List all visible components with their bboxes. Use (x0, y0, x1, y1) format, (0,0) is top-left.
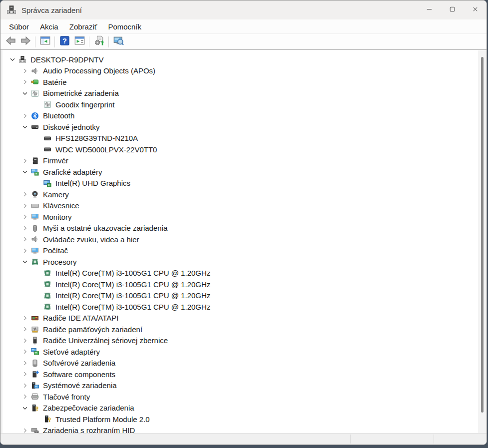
tree-item[interactable]: Diskové jednotky (2, 121, 478, 133)
ide-controller-icon (30, 314, 39, 322)
vertical-scrollbar[interactable] (478, 50, 487, 433)
update-driver-button[interactable] (91, 35, 106, 48)
chevron-spacer (31, 303, 43, 311)
tree-item[interactable]: Intel(R) Core(TM) i3-1005G1 CPU @ 1.20GH… (2, 279, 478, 290)
tree-item[interactable]: Radiče IDE ATA/ATAPI (2, 313, 478, 324)
chevron-collapsed-icon[interactable] (19, 314, 30, 322)
chevron-collapsed-icon[interactable] (19, 224, 30, 232)
menu-action[interactable]: Akcia (34, 21, 64, 32)
chevron-collapsed-icon[interactable] (19, 382, 30, 390)
chevron-collapsed-icon[interactable] (19, 393, 30, 401)
tree-item-label: Biometrické zariadenia (43, 89, 119, 97)
back-button[interactable] (3, 35, 18, 48)
tree-item[interactable]: Bluetooth (2, 110, 478, 122)
chevron-expanded-icon[interactable] (19, 404, 30, 412)
tree-item-label: Grafické adaptéry (43, 168, 102, 176)
chevron-collapsed-icon[interactable] (19, 112, 30, 120)
tree-item[interactable]: Firmvér (2, 155, 478, 167)
chevron-collapsed-icon[interactable] (19, 325, 30, 333)
software-device-icon (30, 359, 39, 367)
tree-item[interactable]: Myši a ostatné ukazovacie zariadenia (2, 223, 478, 234)
tree-item[interactable]: Softvérové zariadenia (2, 358, 478, 369)
tree-item[interactable]: WDC WD5000LPVX-22V0TT0 (2, 144, 478, 155)
chevron-expanded-icon[interactable] (19, 168, 30, 176)
chevron-collapsed-icon[interactable] (19, 370, 30, 378)
tree-item[interactable]: Systémové zariadenia (2, 380, 478, 392)
chevron-collapsed-icon[interactable] (19, 157, 30, 165)
minimize-button[interactable] (418, 0, 441, 19)
tree-item-label: Intel(R) UHD Graphics (55, 179, 130, 187)
tree-item[interactable]: Biometrické zariadenia (2, 88, 478, 99)
speaker-icon (30, 67, 39, 75)
tree-item-label: Kamery (43, 190, 69, 199)
tree-item[interactable]: Trusted Platform Module 2.0 (2, 414, 478, 425)
tree-item[interactable]: Zabezpečovacie zariadenia (2, 403, 478, 414)
tree-item[interactable]: Radiče pamäťových zariadení (2, 324, 478, 335)
menu-help[interactable]: Pomocník (102, 21, 147, 32)
chevron-spacer (31, 100, 43, 108)
chevron-expanded-icon[interactable] (6, 55, 18, 63)
chevron-spacer (31, 415, 43, 423)
tree-item[interactable]: Batérie (2, 76, 478, 88)
hid-icon (30, 427, 39, 433)
tree-item[interactable]: DESKTOP-R9DPNTV (2, 54, 478, 65)
console-tree-icon (40, 35, 50, 48)
tree-item[interactable]: HFS128G39TND-N210A (2, 133, 478, 144)
scrollbar-thumb[interactable] (481, 57, 484, 413)
maximize-button[interactable] (441, 0, 464, 19)
chevron-collapsed-icon[interactable] (19, 427, 30, 433)
tree-item-label: Firmvér (43, 156, 68, 165)
cpu-icon (43, 292, 52, 300)
menu-view[interactable]: Zobraziť (64, 21, 103, 32)
minimize-icon (426, 5, 433, 15)
tree-item[interactable]: Intel(R) Core(TM) i3-1005G1 CPU @ 1.20GH… (2, 268, 478, 279)
menu-file[interactable]: Súbor (3, 21, 34, 32)
tree-item[interactable]: Intel(R) UHD Graphics (2, 178, 478, 189)
close-button[interactable] (464, 0, 487, 19)
tree-item[interactable]: Klávesnice (2, 200, 478, 212)
chevron-collapsed-icon[interactable] (19, 235, 30, 243)
tree-item[interactable]: Goodix fingerprint (2, 99, 478, 110)
tree-item[interactable]: Tlačové fronty (2, 391, 478, 403)
chevron-collapsed-icon[interactable] (19, 247, 30, 255)
tree-item[interactable]: Software components (2, 369, 478, 380)
tree-item[interactable]: Zariadenia s rozhraním HID (2, 425, 478, 434)
tree-item[interactable]: Intel(R) Core(TM) i3-1005G1 CPU @ 1.20GH… (2, 301, 478, 313)
chevron-collapsed-icon[interactable] (19, 337, 30, 345)
tree-item[interactable]: Grafické adaptéry (2, 166, 478, 178)
tree-item[interactable]: Audio Processing Objects (APOs) (2, 65, 478, 77)
tree-item[interactable]: Sieťové adaptéry (2, 346, 478, 358)
chevron-collapsed-icon[interactable] (19, 202, 30, 210)
chevron-collapsed-icon[interactable] (19, 67, 30, 75)
tree-item-label: Zariadenia s rozhraním HID (43, 426, 135, 433)
tree-item[interactable]: Procesory (2, 256, 478, 268)
chevron-expanded-icon[interactable] (19, 123, 30, 131)
properties-button[interactable] (72, 35, 87, 48)
tree-item-label: Software components (43, 370, 115, 379)
chevron-expanded-icon[interactable] (19, 258, 30, 266)
security-device-icon (43, 415, 52, 423)
chevron-spacer (31, 269, 43, 277)
tree-item[interactable]: Radiče Univerzálnej sériovej zbernice (2, 335, 478, 347)
maximize-icon (449, 5, 456, 15)
chevron-collapsed-icon[interactable] (19, 359, 30, 367)
chevron-collapsed-icon[interactable] (19, 213, 30, 221)
console-tree-button[interactable] (37, 35, 52, 48)
chevron-collapsed-icon[interactable] (19, 78, 30, 86)
disk-icon (43, 145, 52, 153)
chevron-collapsed-icon[interactable] (19, 190, 30, 198)
tree-item[interactable]: Intel(R) Core(TM) i3-1005G1 CPU @ 1.20GH… (2, 290, 478, 302)
properties-icon (74, 35, 85, 48)
forward-button[interactable] (18, 35, 33, 48)
tree-item-label: Ovládače zvuku, videa a hier (43, 235, 139, 244)
chevron-spacer (31, 145, 43, 153)
tree-item[interactable]: Ovládače zvuku, videa a hier (2, 234, 478, 245)
chevron-collapsed-icon[interactable] (19, 348, 30, 356)
tree-item[interactable]: Počítač (2, 245, 478, 257)
help-button[interactable]: ? (57, 35, 72, 48)
tree-item[interactable]: Monitory (2, 211, 478, 223)
tree-item[interactable]: Kamery (2, 189, 478, 200)
tree-item-label: Diskové jednotky (43, 123, 99, 131)
scan-hardware-changes-button[interactable] (111, 35, 126, 48)
chevron-expanded-icon[interactable] (19, 89, 30, 97)
